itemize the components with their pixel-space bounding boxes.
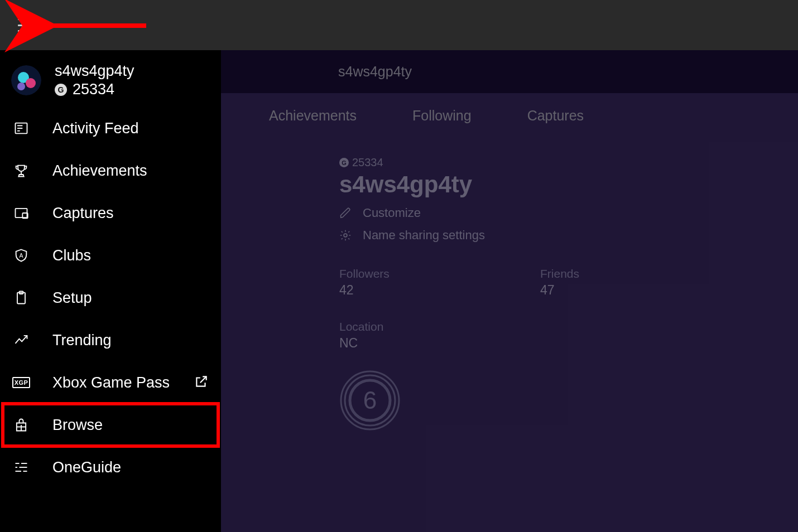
annotation-highlight	[1, 402, 220, 448]
hamburger-menu-button[interactable]	[18, 18, 37, 32]
sidebar-item-setup[interactable]: Setup	[0, 277, 221, 319]
shield-icon: A	[12, 246, 30, 264]
sidebar-gamertag: s4ws4gp4ty	[55, 62, 134, 80]
profile-header-title: s4ws4gp4ty	[338, 64, 412, 80]
pencil-icon	[339, 207, 352, 219]
trophy-icon	[12, 162, 30, 180]
sidebar-item-oneguide[interactable]: OneGuide	[0, 446, 221, 489]
external-link-icon	[194, 374, 209, 391]
sidebar-item-activity-feed[interactable]: Activity Feed	[0, 107, 221, 149]
trend-icon	[12, 331, 30, 349]
sidebar-item-label: Clubs	[52, 247, 91, 264]
tab-following[interactable]: Following	[412, 108, 472, 124]
profile-gamertag: s4ws4gp4ty	[339, 171, 798, 198]
sidebar-item-label: Activity Feed	[52, 120, 139, 137]
svg-text:A: A	[19, 252, 23, 259]
top-bar	[0, 0, 798, 50]
sidebar-item-xbox-game-pass[interactable]: XGPXbox Game Pass	[0, 361, 221, 404]
store-icon	[12, 416, 30, 434]
sidebar-item-label: Captures	[52, 205, 114, 222]
sidebar: s4ws4gp4ty G 25334 Activity FeedAchievem…	[0, 50, 221, 532]
sidebar-item-label: Achievements	[52, 162, 147, 180]
sidebar-item-captures[interactable]: Captures	[0, 192, 221, 234]
customize-label: Customize	[363, 206, 421, 220]
annotation-arrow	[40, 14, 152, 39]
guide-icon	[12, 458, 30, 476]
tab-captures[interactable]: Captures	[527, 108, 584, 124]
name-sharing-button[interactable]: Name sharing settings	[339, 228, 798, 243]
sidebar-item-label: Xbox Game Pass	[52, 374, 170, 391]
svg-point-23	[344, 234, 347, 237]
gamerscore-icon: G	[55, 84, 67, 96]
location-stat: Location NC	[339, 320, 540, 351]
profile-details: G 25334 s4ws4gp4ty Customize Name sharin…	[221, 134, 798, 431]
tenure-value: 6	[363, 386, 377, 414]
sidebar-item-label: OneGuide	[52, 459, 121, 476]
gear-icon	[339, 229, 352, 241]
sidebar-item-trending[interactable]: Trending	[0, 319, 221, 361]
svg-point-4	[17, 83, 25, 90]
tenure-badge: 6	[339, 370, 401, 431]
tab-achievements[interactable]: Achievements	[269, 108, 357, 124]
sidebar-item-label: Setup	[52, 289, 92, 307]
sidebar-gamerscore: 25334	[73, 81, 114, 98]
clipboard-icon	[12, 289, 30, 307]
xgp-icon: XGP	[12, 374, 30, 391]
profile-gamerscore: 25334	[352, 156, 383, 169]
followers-stat: Followers 42	[339, 267, 540, 298]
capture-icon	[12, 204, 30, 222]
sidebar-item-clubs[interactable]: AClubs	[0, 234, 221, 277]
sidebar-profile[interactable]: s4ws4gp4ty G 25334	[0, 57, 221, 101]
sidebar-item-label: Browse	[52, 417, 103, 434]
gamerscore-icon: G	[339, 158, 349, 167]
profile-header-bar: s4ws4gp4ty	[221, 50, 798, 93]
profile-tabs: AchievementsFollowingCaptures	[221, 93, 798, 134]
sidebar-item-label: Trending	[52, 332, 112, 349]
avatar	[11, 65, 41, 95]
customize-button[interactable]: Customize	[339, 206, 798, 220]
name-sharing-label: Name sharing settings	[363, 228, 485, 243]
friends-stat: Friends 47	[540, 267, 652, 298]
feed-icon	[12, 119, 30, 137]
main-content: s4ws4gp4ty AchievementsFollowingCaptures…	[221, 50, 798, 532]
sidebar-item-browse[interactable]: Browse	[0, 404, 221, 446]
svg-point-3	[26, 78, 36, 88]
sidebar-item-achievements[interactable]: Achievements	[0, 149, 221, 192]
